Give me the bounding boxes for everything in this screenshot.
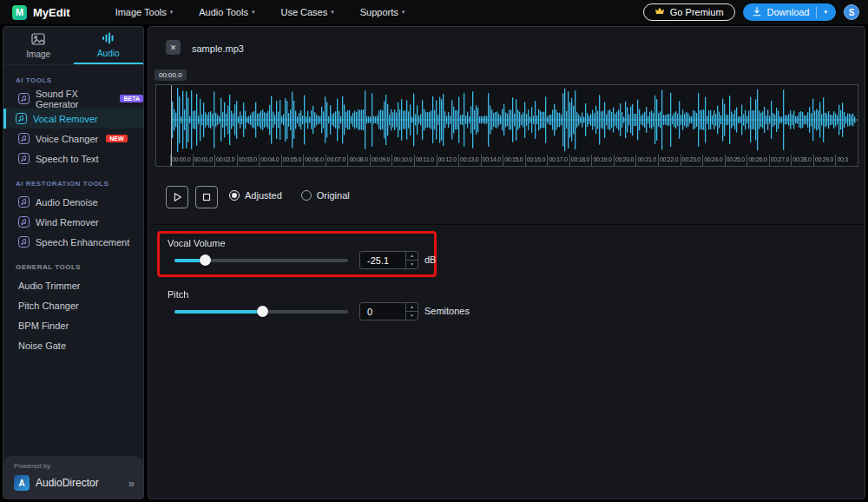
timeline-tick: 00:03.0 bbox=[237, 155, 260, 166]
audio-waveform-icon bbox=[102, 32, 115, 46]
sidebar-tabs: Image Audio bbox=[3, 27, 143, 65]
sidebar-item-label: Audio Denoise bbox=[36, 197, 98, 208]
slider-handle[interactable] bbox=[200, 254, 211, 266]
timeline: 00:00.000:01.000:02.000:03.000:04.000:05… bbox=[170, 155, 858, 166]
tool-icon bbox=[18, 216, 30, 228]
spinner-down-icon[interactable]: ▼ bbox=[406, 312, 418, 320]
go-premium-button[interactable]: Go Premium bbox=[643, 3, 735, 21]
timeline-tick: 00:28.0 bbox=[791, 155, 813, 166]
sidebar-item-audio-denoise[interactable]: Audio Denoise bbox=[3, 192, 143, 212]
slider-handle[interactable] bbox=[257, 306, 268, 317]
sidebar-item-label: Noise Gate bbox=[18, 340, 66, 351]
tab-image[interactable]: Image bbox=[3, 27, 74, 64]
chevron-down-icon: ▾ bbox=[252, 9, 255, 16]
section-divider bbox=[148, 224, 865, 225]
section-title: GENERAL TOOLS bbox=[16, 263, 131, 271]
timeline-tick: 00:06.0 bbox=[303, 155, 326, 166]
topbar: M MyEdit Image Tools▾Audio Tools▾Use Cas… bbox=[0, 0, 868, 24]
sidebar-item-audio-trimmer[interactable]: Audio Trimmer bbox=[3, 275, 143, 295]
waveform-panel: 00:00.000:01.000:02.000:03.000:04.000:05… bbox=[155, 84, 858, 167]
sidebar-item-label: Speech Enhancement bbox=[36, 237, 129, 248]
timeline-tick: 00:19.0 bbox=[591, 155, 614, 166]
sidebar-item-sound-fx-generator[interactable]: Sound FX GeneratorBETA bbox=[3, 89, 143, 109]
vocal-volume-unit: dB bbox=[424, 254, 436, 265]
radio-adjusted[interactable]: Adjusted bbox=[229, 190, 282, 201]
stop-button[interactable] bbox=[195, 186, 218, 208]
waveform-canvas[interactable] bbox=[156, 85, 858, 155]
sidebar-item-vocal-remover[interactable]: Vocal Remover bbox=[3, 109, 143, 129]
radio-group: AdjustedOriginal bbox=[229, 190, 350, 201]
timeline-tick: 00:24.0 bbox=[702, 155, 725, 166]
timeline-tick: 00:16.0 bbox=[525, 155, 548, 166]
topbar-actions: Go Premium Download ▾ S bbox=[643, 3, 868, 21]
nav-item-supports[interactable]: Supports▾ bbox=[360, 7, 405, 17]
sidebar-item-label: Vocal Remover bbox=[33, 114, 98, 124]
sidebar-item-bpm-finder[interactable]: BPM Finder bbox=[3, 315, 143, 335]
sidebar-item-speech-enhancement[interactable]: Speech Enhancement bbox=[3, 232, 143, 252]
tab-audio[interactable]: Audio bbox=[74, 27, 144, 64]
pitch-slider[interactable] bbox=[174, 306, 348, 317]
double-chevron-icon[interactable]: » bbox=[128, 477, 133, 490]
sidebar-item-label: Voice Changer bbox=[36, 134, 98, 144]
tool-icon bbox=[18, 133, 30, 144]
nav-item-use-cases[interactable]: Use Cases▾ bbox=[280, 7, 333, 17]
badge-new: NEW bbox=[106, 135, 127, 142]
powered-by-label: Powered by bbox=[14, 462, 133, 470]
timeline-tick: 00:00.0 bbox=[170, 155, 193, 166]
play-button[interactable] bbox=[166, 186, 188, 208]
spinner-down-icon[interactable]: ▼ bbox=[406, 261, 418, 268]
nav-item-label: Image Tools bbox=[115, 7, 167, 17]
sidebar-item-label: Audio Trimmer bbox=[18, 281, 81, 291]
timeline-tick: 00:25.0 bbox=[725, 155, 747, 166]
timeline-tick: 00:11.0 bbox=[414, 155, 437, 166]
sidebar-item-label: Wind Remover bbox=[36, 217, 99, 228]
sidebar-item-speech-to-text[interactable]: Speech to Text bbox=[3, 149, 143, 168]
sidebar-item-pitch-changer[interactable]: Pitch Changer bbox=[3, 295, 143, 315]
timeline-tick: 00:18.0 bbox=[569, 155, 592, 166]
download-button[interactable]: Download ▾ bbox=[743, 3, 836, 21]
tab-image-label: Image bbox=[26, 50, 50, 59]
timeline-tick: 00:14.0 bbox=[481, 155, 503, 166]
vocal-volume-spinner: ▲ ▼ bbox=[405, 252, 418, 268]
pitch-spinner: ▲ ▼ bbox=[405, 303, 418, 320]
tool-icon bbox=[18, 93, 30, 104]
tool-icon bbox=[18, 153, 30, 164]
spinner-up-icon[interactable]: ▲ bbox=[406, 252, 418, 261]
timeline-tick: 00:07.0 bbox=[326, 155, 348, 166]
pitch-unit: Semitones bbox=[424, 306, 470, 316]
vocal-volume-slider[interactable] bbox=[174, 254, 348, 266]
timeline-tick: 00:20.0 bbox=[614, 155, 636, 166]
sidebar-item-label: BPM Finder bbox=[18, 320, 69, 331]
sidebar-item-label: Speech to Text bbox=[36, 154, 99, 164]
sidebar-item-label: Sound FX Generator bbox=[36, 89, 112, 109]
chevron-down-icon[interactable]: ▾ bbox=[824, 9, 827, 16]
close-file-button[interactable]: ✕ bbox=[166, 40, 181, 55]
radio-label: Adjusted bbox=[245, 190, 282, 201]
timeline-tick: 00:3 bbox=[835, 155, 858, 166]
chevron-down-icon: ▾ bbox=[331, 9, 334, 16]
tab-audio-label: Audio bbox=[97, 49, 120, 58]
sidebar-item-voice-changer[interactable]: Voice ChangerNEW bbox=[3, 129, 143, 149]
timeline-tick: 00:13.0 bbox=[458, 155, 481, 166]
myedit-logo-icon: M bbox=[12, 5, 27, 20]
timeline-tick: 00:29.0 bbox=[813, 155, 836, 166]
radio-original[interactable]: Original bbox=[301, 190, 350, 201]
tool-icon bbox=[18, 236, 30, 248]
nav-item-image-tools[interactable]: Image Tools▾ bbox=[115, 7, 174, 17]
sidebar-item-noise-gate[interactable]: Noise Gate bbox=[3, 335, 143, 355]
user-avatar[interactable]: S bbox=[844, 4, 859, 20]
section-title: AI RESTORATION TOOLS bbox=[16, 180, 131, 188]
spinner-up-icon[interactable]: ▲ bbox=[406, 303, 418, 312]
sidebar-footer: Powered by A AudioDirector » bbox=[3, 456, 143, 499]
brand[interactable]: M MyEdit bbox=[0, 5, 70, 20]
sidebar-item-label: Pitch Changer bbox=[18, 301, 79, 311]
slider-fill bbox=[174, 310, 262, 314]
nav-item-audio-tools[interactable]: Audio Tools▾ bbox=[199, 7, 254, 17]
timeline-tick: 00:04.0 bbox=[259, 155, 281, 166]
brand-name: MyEdit bbox=[33, 6, 70, 19]
timeline-tick: 00:22.0 bbox=[658, 155, 681, 166]
timeline-tick: 00:05.0 bbox=[281, 155, 304, 166]
timeline-tick: 00:21.0 bbox=[635, 155, 658, 166]
section-title: AI TOOLS bbox=[16, 76, 131, 84]
sidebar-item-wind-remover[interactable]: Wind Remover bbox=[3, 212, 143, 232]
